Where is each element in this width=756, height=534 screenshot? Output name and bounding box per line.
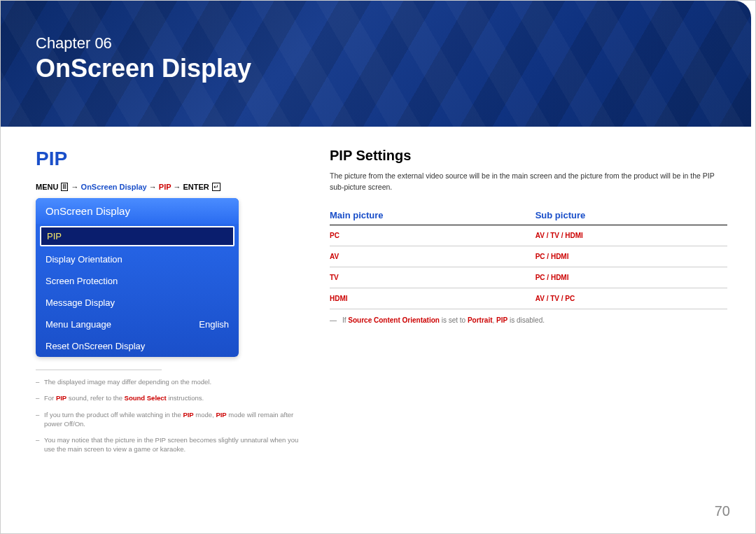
table-cell: PC / HDMI: [536, 246, 727, 267]
enter-icon: ↵: [212, 183, 220, 191]
osd-menu-item[interactable]: Display Orientation: [36, 248, 239, 270]
chapter-banner: Chapter 06 OnScreen Display: [1, 1, 751, 127]
footnote-divider: [36, 370, 162, 370]
footnote-item: For PIP sound, refer to the Sound Select…: [36, 393, 302, 402]
table-row: PCAV / TV / HDMI: [330, 225, 727, 246]
table-row: HDMIAV / TV / PC: [330, 288, 727, 309]
osd-menu-item-label: Screen Protection: [46, 276, 118, 286]
table-cell: AV / TV / PC: [536, 288, 727, 309]
breadcrumb-enter: ENTER: [183, 183, 209, 191]
table-cell: PC: [330, 225, 536, 246]
osd-menu-item-label: Menu Language: [46, 319, 111, 330]
table-cell: AV: [330, 246, 536, 267]
osd-menu-item-label: PIP: [47, 231, 62, 241]
osd-menu-item-label: Reset OnScreen Display: [46, 341, 145, 351]
page-number: 70: [715, 503, 730, 519]
menu-icon: Ⅲ: [61, 183, 68, 191]
osd-menu-item[interactable]: Message Display: [36, 292, 239, 314]
osd-menu-item-label: Message Display: [46, 297, 115, 308]
menu-breadcrumb: MENU Ⅲ → OnScreen Display → PIP → ENTER …: [36, 183, 302, 191]
table-footnote: If Source Content Orientation is set to …: [330, 316, 727, 324]
footnotes: The displayed image may differ depending…: [36, 377, 302, 454]
settings-heading: PIP Settings: [330, 148, 727, 164]
breadcrumb-arrow: →: [149, 183, 157, 191]
osd-menu-item[interactable]: Screen Protection: [36, 270, 239, 292]
table-header: Main picture: [330, 206, 536, 225]
table-row: AVPC / HDMI: [330, 246, 727, 267]
osd-menu-item[interactable]: Menu LanguageEnglish: [36, 314, 239, 335]
table-cell: TV: [330, 267, 536, 288]
footnote-item: You may notice that the picture in the P…: [36, 435, 302, 454]
osd-menu-title: OnScreen Display: [36, 198, 239, 224]
breadcrumb-arrow: →: [173, 183, 181, 191]
pip-table: Main pictureSub picture PCAV / TV / HDMI…: [330, 206, 727, 309]
breadcrumb-seg2: PIP: [159, 183, 172, 191]
chapter-label: Chapter 06: [36, 34, 751, 52]
footnote-item: The displayed image may differ depending…: [36, 377, 302, 386]
settings-description: The picture from the external video sour…: [330, 171, 727, 193]
osd-menu-item-value: English: [199, 319, 229, 330]
breadcrumb-arrow: →: [71, 183, 79, 191]
banner-text: Chapter 06 OnScreen Display: [1, 1, 751, 83]
table-cell: AV / TV / HDMI: [536, 225, 727, 246]
osd-menu-item-label: Display Orientation: [46, 254, 122, 265]
osd-menu: OnScreen Display PIPDisplay OrientationS…: [36, 198, 239, 357]
right-column: PIP Settings The picture from the extern…: [330, 148, 727, 461]
chapter-title: OnScreen Display: [36, 54, 751, 83]
table-header: Sub picture: [536, 206, 727, 225]
osd-menu-item[interactable]: PIP: [40, 226, 234, 246]
table-row: TVPC / HDMI: [330, 267, 727, 288]
footnote-item: If you turn the product off while watchi…: [36, 410, 302, 429]
content-area: PIP MENU Ⅲ → OnScreen Display → PIP → EN…: [1, 127, 755, 461]
section-heading-pip: PIP: [36, 148, 302, 170]
left-column: PIP MENU Ⅲ → OnScreen Display → PIP → EN…: [36, 148, 302, 461]
osd-menu-item[interactable]: Reset OnScreen Display: [36, 335, 239, 357]
manual-page: Chapter 06 OnScreen Display PIP MENU Ⅲ →…: [0, 0, 756, 534]
breadcrumb-seg1: OnScreen Display: [81, 183, 147, 191]
table-cell: PC / HDMI: [536, 267, 727, 288]
breadcrumb-menu: MENU: [36, 183, 58, 191]
table-cell: HDMI: [330, 288, 536, 309]
